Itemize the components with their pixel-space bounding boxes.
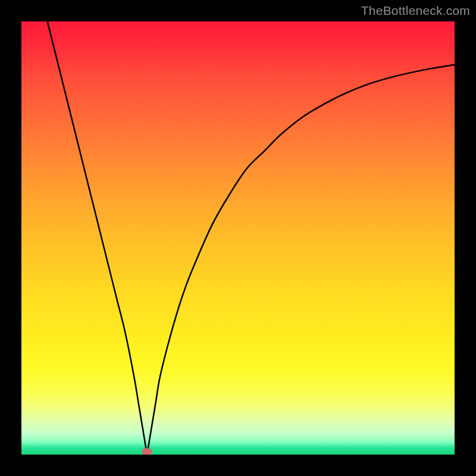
- watermark-text: TheBottleneck.com: [361, 4, 470, 18]
- optimum-marker: [142, 448, 152, 455]
- bottleneck-curve: [21, 21, 455, 455]
- chart-frame: TheBottleneck.com: [0, 0, 476, 476]
- plot-area: [21, 21, 455, 455]
